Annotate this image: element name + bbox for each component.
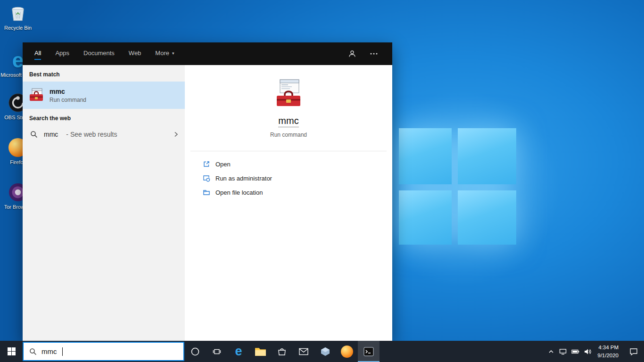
- tray-expand-button[interactable]: [545, 341, 557, 362]
- search-panel: All Apps Documents Web More ▾: [23, 42, 392, 341]
- windows-logo-pane: [399, 128, 452, 184]
- mmc-toolbox-large-icon: [274, 78, 303, 107]
- search-header-actions: [348, 49, 392, 58]
- web-suffix: - See web results: [66, 131, 117, 138]
- battery-tray-button[interactable]: [569, 341, 581, 362]
- edge-icon: e: [235, 345, 242, 358]
- store-icon: [277, 347, 287, 356]
- pinned-app-button[interactable]: [314, 341, 336, 362]
- chevron-up-icon: [548, 348, 554, 355]
- action-run-as-administrator[interactable]: Run as administrator: [203, 171, 392, 185]
- command-prompt-button[interactable]: [358, 341, 380, 362]
- recycle-bin-icon: [0, 3, 36, 24]
- chevron-right-icon[interactable]: [173, 131, 179, 138]
- folder-location-icon: [203, 189, 210, 196]
- tab-label: All: [34, 49, 41, 57]
- action-center-button[interactable]: [623, 341, 644, 362]
- best-match-title: mmc: [50, 88, 86, 95]
- windows-logo-pane: [458, 190, 516, 245]
- file-explorer-icon: [255, 346, 266, 356]
- firefox-taskbar-button[interactable]: [336, 341, 358, 362]
- tab-label: Web: [129, 49, 141, 57]
- search-panel-body: Best match mmc Run command: [23, 65, 392, 341]
- taskbar-search-input[interactable]: mmc: [23, 342, 184, 361]
- mail-button[interactable]: [293, 341, 314, 362]
- search-panel-header: All Apps Documents Web More ▾: [23, 42, 392, 65]
- network-icon: [559, 348, 567, 355]
- mmc-toolbox-icon: [29, 88, 44, 103]
- user-icon[interactable]: [348, 49, 356, 58]
- windows-logo-pane: [399, 190, 452, 245]
- web-query: mmc: [44, 131, 58, 138]
- text-caret: [62, 347, 63, 356]
- windows-logo-pane: [458, 128, 516, 184]
- web-search-result[interactable]: mmc - See web results: [23, 125, 185, 143]
- firefox-icon: [341, 346, 353, 358]
- taskbar: mmc e: [0, 341, 644, 362]
- taskbar-clock[interactable]: 4:34 PM 9/1/2020: [594, 341, 623, 362]
- microsoft-store-button[interactable]: [271, 341, 293, 362]
- tab-label: Apps: [55, 49, 69, 57]
- chevron-down-icon: ▾: [172, 51, 174, 56]
- taskbar-spacer: [380, 341, 545, 362]
- clock-date: 9/1/2020: [597, 352, 619, 360]
- action-open-file-location[interactable]: Open file location: [203, 185, 392, 199]
- action-label: Open file location: [215, 189, 263, 196]
- start-button[interactable]: [0, 341, 23, 362]
- search-icon: [29, 348, 37, 355]
- desktop-icon-label: Recycle Bin: [0, 25, 36, 32]
- search-icon: [30, 131, 38, 138]
- battery-icon: [571, 349, 579, 354]
- start-icon: [8, 347, 16, 355]
- volume-tray-button[interactable]: [581, 341, 594, 362]
- action-label: Open: [215, 161, 231, 168]
- volume-icon: [584, 348, 591, 355]
- action-center-icon: [629, 348, 638, 355]
- best-match-result[interactable]: mmc Run command: [23, 82, 185, 109]
- tab-label: More: [155, 49, 169, 57]
- shield-admin-icon: [203, 174, 210, 182]
- ellipsis-icon[interactable]: [370, 52, 378, 55]
- tab-all[interactable]: All: [34, 48, 41, 60]
- tab-documents[interactable]: Documents: [83, 48, 115, 60]
- cube-app-icon: [320, 346, 330, 357]
- open-icon: [203, 160, 210, 168]
- section-label-best-match: Best match: [23, 65, 185, 82]
- action-open[interactable]: Open: [203, 157, 392, 171]
- search-results-column: Best match mmc Run command: [23, 65, 185, 341]
- preview-subtitle: Run command: [270, 132, 307, 138]
- cortana-icon: [190, 347, 200, 356]
- action-label: Run as administrator: [215, 175, 272, 182]
- edge-taskbar-button[interactable]: e: [228, 341, 249, 362]
- preview-actions: Open Run as administrator: [185, 151, 392, 199]
- tab-web[interactable]: Web: [129, 48, 141, 60]
- desktop-icon-recycle-bin[interactable]: Recycle Bin: [0, 3, 36, 32]
- tab-apps[interactable]: Apps: [55, 48, 69, 60]
- command-prompt-icon: [363, 347, 374, 356]
- tab-label: Documents: [83, 49, 115, 57]
- mail-icon: [299, 348, 308, 355]
- file-explorer-button[interactable]: [249, 341, 271, 362]
- preview-pane: mmc Run command Open: [185, 65, 392, 341]
- search-input-value: mmc: [41, 347, 57, 355]
- cortana-button[interactable]: [184, 341, 206, 362]
- tab-more[interactable]: More ▾: [155, 48, 174, 60]
- network-tray-button[interactable]: [557, 341, 569, 362]
- wallpaper-windows-logo: [399, 128, 516, 245]
- preview-title: mmc: [278, 115, 298, 127]
- best-match-subtitle: Run command: [50, 97, 86, 103]
- clock-time: 4:34 PM: [598, 344, 619, 352]
- task-view-button[interactable]: [206, 341, 228, 362]
- task-view-icon: [212, 347, 222, 356]
- section-label-search-the-web: Search the web: [23, 109, 185, 125]
